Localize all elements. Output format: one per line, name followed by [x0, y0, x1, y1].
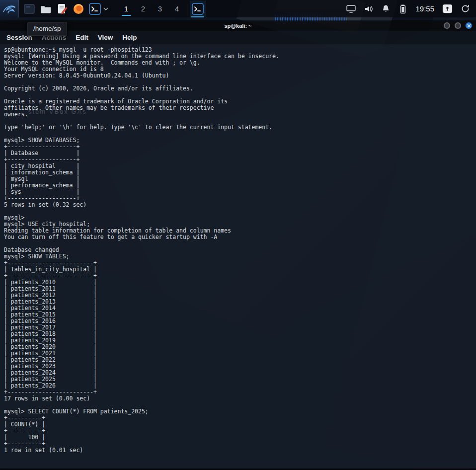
titlebar[interactable]: sp@kali: ~ [0, 21, 476, 31]
pager-desktop-1[interactable]: 1 [120, 1, 132, 16]
minimize-button[interactable] [444, 22, 450, 29]
menubar: Session Actions Edit View Help [0, 31, 476, 44]
panel-launchers [23, 2, 108, 15]
top-panel: 1 2 3 4 [0, 0, 476, 17]
display-icon[interactable] [346, 3, 356, 14]
window-title: sp@kali: ~ [224, 23, 251, 29]
pager-desktop-4[interactable]: 4 [171, 1, 183, 16]
taskbar-terminal-task[interactable] [190, 0, 206, 17]
folder-icon [40, 3, 52, 15]
battery-icon[interactable] [398, 4, 408, 14]
firefox-icon [73, 3, 84, 15]
menu-help[interactable]: Help [122, 34, 137, 41]
kali-menu-button[interactable] [0, 0, 19, 17]
file-manager-launcher[interactable] [39, 2, 52, 15]
terminal-window: sp@kali: ~ Session Actions Edit View Hel… [0, 21, 476, 468]
pager-desktop-3[interactable]: 3 [154, 1, 166, 16]
window-buttons [444, 22, 472, 29]
maximize-button[interactable] [455, 22, 461, 29]
lock-icon[interactable] [442, 3, 453, 14]
session-refresh-icon[interactable] [461, 4, 470, 13]
terminal-icon [192, 3, 204, 15]
terminal-launcher[interactable] [88, 2, 101, 15]
menu-edit[interactable]: Edit [76, 34, 88, 41]
menu-view[interactable]: View [98, 34, 113, 41]
terminal-output: sp@ubuntuone:~$ mysql -u root -phospital… [0, 44, 476, 454]
app-window-launcher[interactable] [23, 2, 36, 15]
terminal-icon [89, 3, 101, 15]
clock[interactable]: 19:55 [415, 4, 434, 13]
window-icon [23, 3, 35, 15]
notifications-bell-icon[interactable] [381, 4, 391, 13]
kali-logo-icon [2, 3, 17, 14]
close-button[interactable] [466, 22, 472, 29]
pager-desktop-2[interactable]: 2 [137, 1, 149, 16]
path-tooltip: /home/sp [27, 22, 68, 36]
virtual-desktop-pager: 1 2 3 4 [120, 1, 183, 16]
document-pen-icon [56, 3, 68, 15]
firefox-launcher[interactable] [72, 2, 85, 15]
text-editor-launcher[interactable] [56, 2, 69, 15]
volume-icon[interactable] [364, 4, 374, 14]
terminal-content[interactable]: stem VBox GAs sp@ubuntuone:~$ mysql -u r… [0, 44, 476, 469]
close-icon [467, 24, 471, 28]
system-tray: 19:55 [346, 3, 476, 14]
chevron-down-icon[interactable] [103, 7, 108, 10]
